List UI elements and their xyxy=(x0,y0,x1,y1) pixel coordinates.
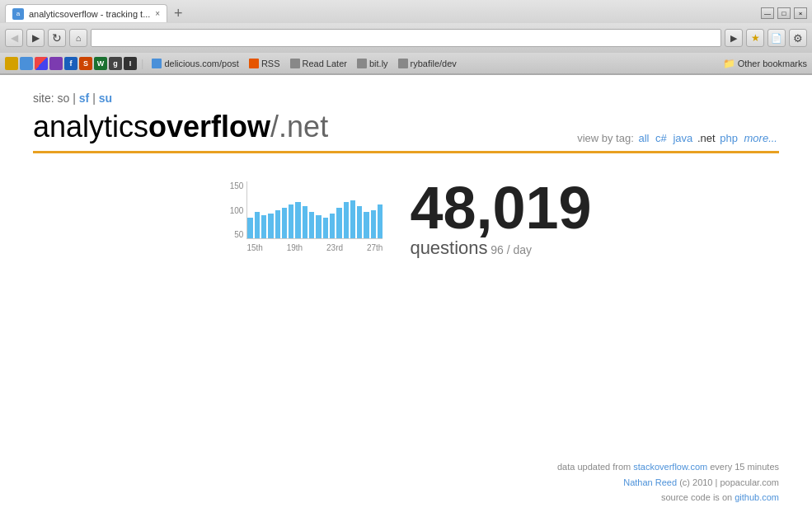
browser-chrome: a analyticsoverflow - tracking t... × + … xyxy=(0,0,812,75)
site-title: analyticsoverflow/.net xyxy=(33,110,328,144)
toolbar-icon-5[interactable]: f xyxy=(64,57,77,70)
bookmark-rybafile[interactable]: rybafile/dev xyxy=(394,58,461,69)
toolbar-icon-3[interactable] xyxy=(35,57,48,70)
title-bar-left: a analyticsoverflow - tracking t... × + xyxy=(5,4,187,22)
close-button[interactable]: × xyxy=(794,7,807,19)
chart-bar-10 xyxy=(316,215,321,238)
chart-bar-0 xyxy=(247,218,252,238)
chart-bar-11 xyxy=(323,218,328,238)
bookmark-rybafile-label: rybafile/dev xyxy=(411,59,457,68)
toolbar-icon-9[interactable]: I xyxy=(124,57,137,70)
count-area: 48,019 questions 96 / day xyxy=(410,178,591,259)
tag-nav-prefix: view by tag: xyxy=(577,132,636,144)
browser-tab[interactable]: a analyticsoverflow - tracking t... × xyxy=(5,4,167,22)
site-title-bold: overflow xyxy=(148,110,270,143)
minimize-button[interactable]: — xyxy=(761,7,774,19)
bookmark-rybafile-icon xyxy=(398,59,408,68)
footer-author-line: Nathan Reed (c) 2010 | popacular.com xyxy=(557,475,779,491)
footer-source-prefix: source code is on xyxy=(661,492,735,502)
tag-net-current: .net xyxy=(697,132,716,144)
folder-icon: 📁 xyxy=(723,58,735,69)
tab-title: analyticsoverflow - tracking t... xyxy=(29,9,150,19)
orange-divider xyxy=(33,151,779,153)
chart-x-27th: 27th xyxy=(367,243,383,252)
chart-bar-1 xyxy=(255,212,260,238)
maximize-button[interactable]: □ xyxy=(777,7,791,19)
navigation-bar: ◀ ▶ ↻ ⌂ ▶ ★ 📄 ⚙ xyxy=(0,23,812,53)
bookmark-readlater[interactable]: Read Later xyxy=(286,58,351,69)
toolbar-icon-6[interactable]: S xyxy=(79,57,92,70)
page-content: site: so | sf | su analyticsoverflow/.ne… xyxy=(0,75,812,517)
refresh-button[interactable]: ↻ xyxy=(48,29,66,47)
site-nav-sf-link[interactable]: sf xyxy=(79,92,89,105)
toolbar-icon-2[interactable] xyxy=(20,57,33,70)
address-bar[interactable] xyxy=(91,29,721,47)
title-bar: a analyticsoverflow - tracking t... × + … xyxy=(0,0,812,23)
bookmark-delicious-icon xyxy=(152,59,162,68)
home-button[interactable]: ⌂ xyxy=(69,29,87,47)
chart-bar-2 xyxy=(261,215,266,238)
bookmark-bitly-label: bit.ly xyxy=(369,59,388,68)
chart-container: 150 100 50 15th 19th 23rd 27th xyxy=(220,181,385,256)
footer-source-line: source code is on github.com xyxy=(557,490,779,505)
footer-github-link[interactable]: github.com xyxy=(735,492,779,502)
bookmark-rss-label: RSS xyxy=(261,59,280,68)
tab-close-button[interactable]: × xyxy=(155,9,160,18)
bookmark-rss[interactable]: RSS xyxy=(245,58,284,69)
footer-stackoverflow-link[interactable]: stackoverflow.com xyxy=(633,462,707,472)
questions-label: questions xyxy=(410,237,487,258)
toolbar-icon-7[interactable]: W xyxy=(94,57,107,70)
chart-bar-8 xyxy=(303,206,307,238)
footer-data-suffix: every 15 minutes xyxy=(710,462,779,472)
site-title-prefix: analytics xyxy=(33,110,148,143)
bookmark-readlater-label: Read Later xyxy=(303,59,347,68)
chart-bar-7 xyxy=(295,202,300,238)
bookmark-delicious[interactable]: delicious.com/post xyxy=(148,58,243,69)
chart-bar-6 xyxy=(289,204,293,238)
chart-bar-4 xyxy=(275,210,280,239)
bookmark-delicious-label: delicious.com/post xyxy=(164,59,239,68)
other-bookmarks-label: Other bookmarks xyxy=(738,59,807,68)
tag-link-more[interactable]: more... xyxy=(744,132,777,144)
question-count: 48,019 xyxy=(410,178,591,237)
chart-bar-17 xyxy=(364,212,368,238)
tag-link-php[interactable]: php xyxy=(720,132,738,144)
tools-button[interactable]: ⚙ xyxy=(789,29,807,47)
forward-button[interactable]: ▶ xyxy=(26,29,45,47)
bookmark-bitly[interactable]: bit.ly xyxy=(353,58,392,69)
header-row: site: so | sf | su analyticsoverflow/.ne… xyxy=(33,92,779,144)
tag-link-csharp[interactable]: c# xyxy=(655,132,667,144)
bookmark-readlater-icon xyxy=(290,59,300,68)
site-title-suffix: /.net xyxy=(270,110,328,143)
per-day-label: 96 / day xyxy=(490,243,532,256)
chart-y-label-150: 150 xyxy=(220,181,243,190)
footer-copyright: (c) 2010 | popacular.com xyxy=(679,477,779,487)
site-nav-sep: | xyxy=(92,92,99,105)
chart-y-label-100: 100 xyxy=(220,206,243,215)
chart-bar-5 xyxy=(282,208,287,238)
page-menu-button[interactable]: 📄 xyxy=(767,29,786,47)
other-bookmarks[interactable]: 📁 Other bookmarks xyxy=(723,58,807,69)
chart-bars xyxy=(246,181,383,239)
footer-author-link[interactable]: Nathan Reed xyxy=(623,477,677,487)
site-nav-su-link[interactable]: su xyxy=(99,92,112,105)
stats-area: 150 100 50 15th 19th 23rd 27th 48,019 qu… xyxy=(33,178,779,259)
toolbar-icon-1[interactable] xyxy=(5,57,18,70)
site-nav-prefix: site: so | xyxy=(33,92,79,105)
chart-x-19th: 19th xyxy=(287,243,303,252)
bookmarks-star-button[interactable]: ★ xyxy=(746,29,764,47)
bookmarks-bar-right: 📁 Other bookmarks xyxy=(723,58,807,69)
back-button[interactable]: ◀ xyxy=(5,29,23,47)
toolbar-icon-8[interactable]: g xyxy=(109,57,122,70)
bookmarks-bar: f S W g I | delicious.com/post RSS Read … xyxy=(0,53,812,74)
site-nav: site: so | sf | su xyxy=(33,92,328,105)
footer: data updated from stackoverflow.com ever… xyxy=(557,459,779,505)
tag-link-all[interactable]: all xyxy=(638,132,649,144)
tag-link-java[interactable]: java xyxy=(673,132,692,144)
new-tab-button[interactable]: + xyxy=(169,4,187,22)
toolbar-icon-4[interactable] xyxy=(49,57,63,70)
footer-data-prefix: data updated from xyxy=(557,462,633,472)
go-button[interactable]: ▶ xyxy=(725,29,743,47)
bookmark-rss-icon xyxy=(249,59,259,68)
chart-y-labels: 150 100 50 xyxy=(220,181,243,239)
